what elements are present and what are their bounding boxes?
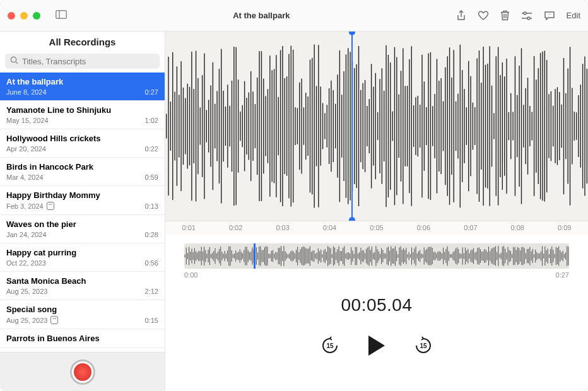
recordings-list: At the ballparkJune 8, 20240:27Yamanote … xyxy=(0,73,165,352)
titlebar: At the ballpark xyxy=(0,0,588,32)
overview-start-label: 0:00 xyxy=(184,271,197,279)
recording-title: Yamanote Line to Shinjuku xyxy=(6,105,158,115)
sidebar: All Recordings At the ballparkJune 8, 20… xyxy=(0,32,165,391)
window-controls xyxy=(8,12,52,20)
recording-date: June 8, 2024 xyxy=(6,88,47,96)
list-item[interactable]: Birds in Hancock ParkMar 4, 20240:59 xyxy=(0,158,165,186)
recording-duration: 0:59 xyxy=(145,173,158,181)
list-item[interactable]: Happy cat purringOct 22, 20230:56 xyxy=(0,243,165,272)
recording-title: Special song xyxy=(6,305,158,314)
toolbar-right: “” Edit xyxy=(456,10,580,21)
recording-date: Jan 24, 2024 xyxy=(6,231,47,238)
transcript-badge-icon: “” xyxy=(47,202,54,210)
playback-controls: 15 15 xyxy=(165,336,588,356)
recording-date: May 15, 2024 xyxy=(6,117,49,124)
svg-point-5 xyxy=(527,17,530,20)
window-title: At the ballpark xyxy=(67,11,456,20)
recording-date: Aug 25, 2023 xyxy=(6,288,47,295)
search-field[interactable] xyxy=(5,54,160,69)
overview-playhead[interactable] xyxy=(254,243,256,269)
time-ruler: 0:010:020:030:040:050:060:070:080:09 xyxy=(165,221,588,235)
play-button[interactable] xyxy=(368,336,385,356)
recording-title: Happy cat purring xyxy=(6,248,158,257)
recording-date: Oct 22, 2023 xyxy=(6,259,46,267)
recording-title: Birds in Hancock Park xyxy=(6,162,158,172)
recording-duration: 0:13 xyxy=(145,202,158,210)
ruler-tick: 0:06 xyxy=(400,224,447,235)
recording-date: Aug 25, 2023 xyxy=(6,317,47,324)
settings-sliders-icon[interactable] xyxy=(521,11,532,20)
close-window-button[interactable] xyxy=(8,12,15,20)
list-item[interactable]: At the ballparkJune 8, 20240:27 xyxy=(0,73,165,101)
fullscreen-window-button[interactable] xyxy=(33,12,40,20)
main-panel: 0:010:020:030:040:050:060:070:080:09 0:0… xyxy=(165,32,588,391)
search-input[interactable] xyxy=(22,57,155,66)
skip-forward-button[interactable]: 15 xyxy=(414,336,433,355)
ruler-tick: 0:01 xyxy=(165,224,212,235)
recording-date: Feb 3, 2024 xyxy=(6,202,44,210)
waveform-detail[interactable] xyxy=(165,32,588,221)
sidebar-toggle-icon[interactable] xyxy=(56,10,67,21)
minimize-window-button[interactable] xyxy=(20,12,28,20)
recording-duration: 0:15 xyxy=(145,317,158,324)
list-item[interactable]: Hollywood Hills cricketsApr 20, 20240:22 xyxy=(0,129,165,158)
recording-title: Waves on the pier xyxy=(6,219,158,229)
overview-end-label: 0:27 xyxy=(556,271,569,279)
ruler-tick: 0:09 xyxy=(541,224,588,235)
svg-point-7 xyxy=(11,57,16,62)
trash-icon[interactable] xyxy=(500,10,510,21)
ruler-tick: 0:03 xyxy=(259,224,306,235)
playhead[interactable] xyxy=(351,32,353,221)
list-item[interactable]: Special songAug 25, 2023“”0:15 xyxy=(0,300,165,329)
search-icon xyxy=(10,55,18,67)
waveform-overview[interactable] xyxy=(184,243,569,269)
edit-button[interactable]: Edit xyxy=(567,11,580,20)
svg-text:“”: “” xyxy=(548,13,551,17)
skip-back-button[interactable]: 15 xyxy=(320,336,339,355)
recording-title: Santa Monica Beach xyxy=(6,276,158,286)
ruler-tick: 0:05 xyxy=(353,224,400,235)
ruler-tick: 0:02 xyxy=(212,224,259,235)
recording-duration: 0:56 xyxy=(145,259,158,267)
list-item[interactable]: Santa Monica BeachAug 25, 20232:12 xyxy=(0,272,165,300)
transcript-icon[interactable]: “” xyxy=(544,11,555,21)
svg-point-3 xyxy=(524,12,526,15)
share-icon[interactable] xyxy=(456,10,466,21)
transcript-badge-icon: “” xyxy=(50,316,58,324)
ruler-tick: 0:07 xyxy=(447,224,494,235)
record-button[interactable] xyxy=(70,359,95,385)
recording-duration: 0:27 xyxy=(145,88,158,96)
ruler-tick: 0:04 xyxy=(306,224,353,235)
recording-date: Apr 20, 2024 xyxy=(6,145,46,153)
list-item[interactable]: Parrots in Buenos Aires xyxy=(0,329,165,348)
list-item[interactable]: Waves on the pierJan 24, 20240:28 xyxy=(0,215,165,243)
recording-date: Mar 4, 2024 xyxy=(6,173,44,181)
recording-title: Hollywood Hills crickets xyxy=(6,134,158,143)
sidebar-title: All Recordings xyxy=(0,32,165,54)
record-icon xyxy=(74,363,91,381)
skip-amount-label: 15 xyxy=(326,342,333,349)
skip-amount-label: 15 xyxy=(420,342,426,349)
list-item[interactable]: Happy Birthday MommyFeb 3, 2024“”0:13 xyxy=(0,186,165,215)
recording-title: Parrots in Buenos Aires xyxy=(6,334,158,343)
ruler-tick: 0:08 xyxy=(494,224,541,235)
recording-title: At the ballpark xyxy=(6,77,158,86)
list-item[interactable]: Yamanote Line to ShinjukuMay 15, 20241:0… xyxy=(0,101,165,129)
favorite-icon[interactable] xyxy=(478,11,489,21)
recording-duration: 1:02 xyxy=(145,117,158,124)
recording-duration: 0:22 xyxy=(145,145,158,153)
recording-duration: 2:12 xyxy=(145,288,158,295)
recording-duration: 0:28 xyxy=(145,231,158,238)
recording-title: Happy Birthday Mommy xyxy=(6,190,158,200)
timecode-display: 00:05.04 xyxy=(165,295,588,315)
svg-rect-0 xyxy=(56,10,67,18)
record-bar xyxy=(0,352,165,391)
svg-line-8 xyxy=(16,62,18,64)
